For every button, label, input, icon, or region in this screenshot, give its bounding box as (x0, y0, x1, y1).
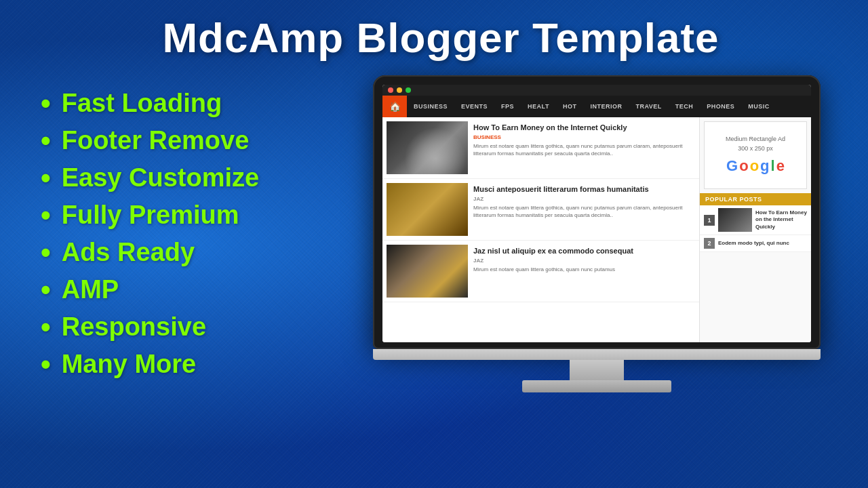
article-title: How To Earn Money on the Internet Quickl… (473, 123, 695, 132)
article-text: How To Earn Money on the Internet Quickl… (473, 121, 695, 174)
home-button[interactable]: 🏠 (382, 96, 407, 117)
popular-num: 2 (704, 238, 715, 249)
article-title: Jaz nisl ut aliquip ex ea commodo conseq… (473, 246, 695, 256)
article-thumbnail (387, 183, 468, 236)
monitor-screen: 🏠 BUSINESS EVENTS FPS HEALT HOT INTERIOR… (382, 85, 811, 342)
nav-item-travel[interactable]: TRAVEL (629, 103, 668, 110)
article-thumbnail (387, 121, 468, 174)
nav-item-tech[interactable]: TECH (669, 103, 701, 110)
article-thumbnail (387, 245, 468, 298)
list-item: Fully Premium (41, 201, 326, 230)
list-item: AMP (41, 275, 326, 304)
ad-size: 300 x 250 px (738, 145, 773, 152)
list-item: Fast Loading (41, 89, 326, 118)
list-item: Easy Customize (41, 163, 326, 192)
article-category: BUSINESS (473, 134, 695, 140)
list-item: Many More (41, 350, 326, 379)
article-excerpt: Mirum est notare quam littera gothica, q… (473, 266, 695, 273)
nav-item-business[interactable]: BUSINESS (407, 103, 454, 110)
main-area: Fast Loading Footer Remove Easy Customiz… (41, 82, 841, 474)
nav-item-interior[interactable]: INTERIOR (583, 103, 629, 110)
article-item: Musci anteposuerit litterarum formas hum… (382, 179, 699, 241)
popular-item-text: Eodem modo typi, qui nunc (718, 240, 789, 247)
article-text: Jaz nisl ut aliquip ex ea commodo conseq… (473, 245, 695, 298)
monitor-base (522, 380, 671, 392)
browser-close-dot (388, 87, 393, 93)
page-title: MdcAmp Blogger Template (41, 14, 841, 62)
article-text: Musci anteposuerit litterarum formas hum… (473, 183, 695, 236)
list-item: Footer Remove (41, 126, 326, 155)
google-icon: G o o g l e (726, 157, 785, 175)
popular-thumb (718, 208, 752, 232)
browser-max-dot (406, 87, 411, 93)
nav-item-hot[interactable]: HOT (556, 103, 584, 110)
popular-posts-header: POPULAR POSTS (700, 193, 811, 205)
site-header: 🏠 BUSINESS EVENTS FPS HEALT HOT INTERIOR… (382, 96, 811, 117)
browser-nav (382, 85, 811, 96)
popular-post-item: 1 How To Earn Money on the Internet Quic… (700, 205, 811, 235)
monitor-mockup: 🏠 BUSINESS EVENTS FPS HEALT HOT INTERIOR… (353, 75, 841, 392)
article-excerpt: Mirum est notare quam littera gothica, q… (473, 142, 695, 157)
site-nav: BUSINESS EVENTS FPS HEALT HOT INTERIOR T… (407, 103, 776, 110)
monitor-chin (373, 349, 821, 360)
ad-box: Medium Rectangle Ad 300 x 250 px G o o g… (704, 121, 807, 189)
article-category: JAZ (473, 196, 695, 202)
list-item: Ads Ready (41, 238, 326, 267)
article-item: How To Earn Money on the Internet Quickl… (382, 117, 699, 179)
monitor-neck (570, 360, 624, 380)
page-content: MdcAmp Blogger Template Fast Loading Foo… (0, 0, 868, 488)
ad-label: Medium Rectangle Ad (726, 136, 785, 142)
browser-min-dot (397, 87, 402, 93)
nav-item-fps[interactable]: FPS (494, 103, 521, 110)
monitor-screen-outer: 🏠 BUSINESS EVENTS FPS HEALT HOT INTERIOR… (373, 75, 821, 349)
popular-num: 1 (704, 215, 715, 226)
site-main-content: How To Earn Money on the Internet Quickl… (382, 117, 699, 342)
article-title: Musci anteposuerit litterarum formas hum… (473, 184, 695, 194)
popular-item-text: How To Earn Money on the Internet Quickl… (755, 209, 807, 230)
nav-item-phones[interactable]: PHONES (700, 103, 741, 110)
site-sidebar: Medium Rectangle Ad 300 x 250 px G o o g… (699, 117, 811, 342)
nav-item-healt[interactable]: HEALT (521, 103, 556, 110)
article-excerpt: Mirum est notare quam littera gothica, q… (473, 204, 695, 219)
article-item: Jaz nisl ut aliquip ex ea commodo conseq… (382, 241, 699, 302)
article-category: JAZ (473, 258, 695, 264)
site-body: How To Earn Money on the Internet Quickl… (382, 117, 811, 342)
monitor: 🏠 BUSINESS EVENTS FPS HEALT HOT INTERIOR… (373, 75, 821, 392)
features-list: Fast Loading Footer Remove Easy Customiz… (41, 89, 326, 387)
list-item: Responsive (41, 312, 326, 342)
nav-item-music[interactable]: MUSIC (741, 103, 776, 110)
nav-item-events[interactable]: EVENTS (454, 103, 494, 110)
popular-post-item: 2 Eodem modo typi, qui nunc (700, 235, 811, 252)
